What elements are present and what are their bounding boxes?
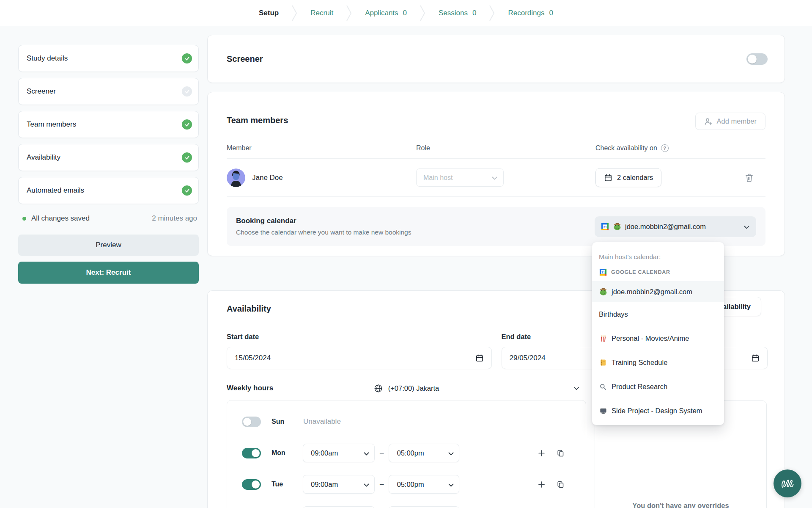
booking-calendar-select[interactable]: 31 jdoe.mobbin2@gmail.com [595, 216, 756, 237]
preview-button[interactable]: Preview [18, 235, 199, 256]
nav-step-label: Setup [259, 9, 279, 17]
nav-step-setup[interactable]: Setup [259, 9, 279, 17]
role-select[interactable]: Main host [416, 168, 504, 187]
dropdown-item-side-project[interactable]: Side Project - Design System [592, 399, 724, 423]
day-row-mon: Mon 09:00am – 05:00pm [227, 437, 586, 469]
sidebar-item-label: Screener [27, 87, 182, 96]
help-icon[interactable]: ? [661, 144, 669, 152]
sidebar-item-label: Automated emails [27, 186, 182, 195]
booking-calendar-subtitle: Choose the calendar where you want to ma… [236, 229, 411, 236]
chevron-down-icon [448, 480, 454, 489]
saved-dot-icon [22, 217, 26, 221]
nav-step-count: 0 [549, 9, 553, 17]
nav-step-sessions[interactable]: Sessions 0 [439, 9, 476, 17]
calendars-label: 2 calendars [617, 174, 653, 182]
dropdown-item-research[interactable]: Product Research [592, 375, 724, 399]
next-recruit-button[interactable]: Next: Recruit [18, 262, 199, 284]
sidebar-item-label: Availability [27, 153, 182, 162]
avatar [227, 168, 245, 187]
start-time-select[interactable]: 09:00am [303, 506, 375, 508]
nav-step-recordings[interactable]: Recordings 0 [508, 9, 553, 17]
chevron-down-icon [364, 480, 369, 489]
chevron-down-icon [744, 223, 749, 231]
add-interval-icon[interactable] [538, 480, 546, 489]
frog-emoji [599, 288, 607, 295]
dropdown-item-birthdays[interactable]: Birthdays [592, 302, 724, 326]
timezone-select[interactable]: (+07:00) Jakarta [227, 384, 586, 393]
save-status-row: All changes saved 2 minutes ago [22, 214, 197, 223]
chevron-down-icon [492, 174, 497, 182]
screener-toggle[interactable] [746, 53, 768, 65]
end-time-select[interactable]: 05:00pm [389, 475, 459, 494]
google-calendar-icon: 31 [601, 223, 609, 231]
dropdown-item-label: jdoe.mobbin2@gmail.com [612, 288, 692, 296]
dropdown-item-personal[interactable]: Personal - Movies/Anime [592, 326, 724, 351]
booking-calendar-value: jdoe.mobbin2@gmail.com [625, 223, 706, 231]
dropdown-item-training[interactable]: Training Schedule [592, 351, 724, 375]
brand-widget-button[interactable] [774, 469, 801, 497]
start-time-select[interactable]: 09:00am [303, 475, 375, 494]
add-interval-icon[interactable] [538, 449, 546, 457]
add-member-button[interactable]: Add member [695, 113, 765, 130]
nav-step-label: Recordings [508, 9, 544, 17]
ledger-emoji [599, 359, 607, 366]
check-circle-icon [182, 185, 192, 196]
nav-step-label: Recruit [310, 9, 333, 17]
day-label: Tue [272, 480, 297, 488]
calendars-button[interactable]: 2 calendars [595, 168, 661, 187]
chevron-separator-icon [291, 4, 298, 22]
day-status: Unavailable [303, 417, 341, 426]
trash-icon[interactable] [745, 173, 754, 182]
chevron-down-icon[interactable] [573, 387, 579, 390]
sidebar-item-team-members[interactable]: Team members [18, 111, 199, 138]
members-table-header: Member Role Check availability on ? [227, 144, 765, 159]
google-calendar-icon: 31 [599, 268, 607, 276]
nav-step-count: 0 [472, 9, 476, 17]
day-toggle[interactable] [242, 448, 261, 458]
study-setup-page: Setup Recruit Applicants 0 Sessions 0 Re… [0, 0, 812, 508]
member-name: Jane Doe [252, 174, 283, 182]
booking-calendar-title: Booking calendar [236, 217, 411, 225]
end-time-select[interactable]: 05:00pm [389, 506, 459, 508]
day-toggle[interactable] [242, 479, 261, 490]
sidebar-item-availability[interactable]: Availability [18, 144, 199, 171]
start-date-input[interactable]: 15/05/2024 [227, 347, 492, 369]
calendar-icon [604, 174, 612, 182]
time-separator: – [380, 480, 384, 489]
copy-times-icon[interactable] [557, 480, 565, 489]
dropdown-header: Main host’s calendar: [599, 253, 717, 261]
column-role: Role [416, 144, 595, 152]
end-time-value: 05:00pm [397, 480, 424, 489]
chevron-down-icon [364, 449, 369, 457]
calendar-picker-icon[interactable] [751, 354, 760, 362]
chevron-separator-icon [420, 4, 426, 22]
nav-step-recruit[interactable]: Recruit [310, 9, 333, 17]
day-label: Mon [272, 449, 297, 457]
end-time-value: 05:00pm [397, 449, 424, 457]
toggle-knob [252, 449, 260, 457]
person-add-icon [704, 117, 713, 126]
nav-step-count: 0 [403, 9, 407, 17]
end-time-select[interactable]: 05:00pm [389, 444, 459, 462]
day-toggle[interactable] [242, 417, 261, 427]
sidebar-item-screener[interactable]: Screener [18, 78, 199, 105]
sidebar-item-study-details[interactable]: Study details [18, 45, 199, 72]
sidebar-item-label: Team members [27, 120, 182, 129]
column-member: Member [227, 144, 416, 152]
calendar-picker-icon[interactable] [475, 354, 484, 362]
nav-step-applicants[interactable]: Applicants 0 [365, 9, 407, 17]
dropdown-item-main-calendar[interactable]: jdoe.mobbin2@gmail.com [592, 281, 724, 302]
sidebar-item-automated-emails[interactable]: Automated emails [18, 177, 199, 204]
dropdown-item-label: Side Project - Design System [612, 407, 702, 415]
svg-text:31: 31 [601, 271, 605, 274]
copy-times-icon[interactable] [557, 449, 565, 457]
weekly-hours-panel: Sun Unavailable Mon 09:00am – 05:00pm [227, 400, 586, 508]
chevron-separator-icon [489, 4, 495, 22]
chevron-down-icon [448, 449, 454, 457]
check-circle-icon [182, 86, 192, 97]
check-circle-icon [182, 53, 192, 64]
check-circle-icon [182, 119, 192, 130]
start-time-select[interactable]: 09:00am [303, 444, 375, 462]
popcorn-emoji [599, 335, 607, 342]
dropdown-item-label: Personal - Movies/Anime [612, 334, 689, 342]
